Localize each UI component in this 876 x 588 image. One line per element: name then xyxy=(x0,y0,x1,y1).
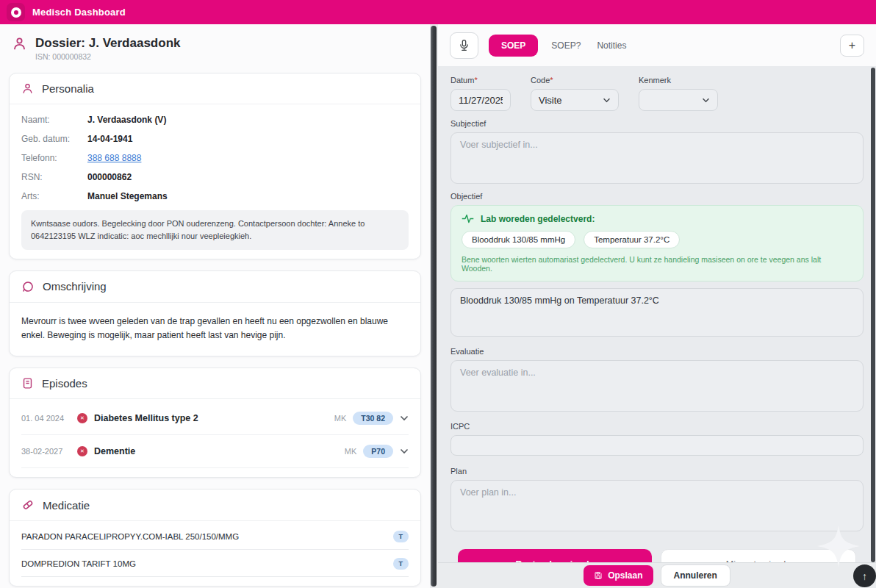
episodes-card: Episodes 01. 04 2024 ✕ Diabetes Mellitus… xyxy=(9,368,421,478)
patient-name-value: J. Verdaasdonk (V) xyxy=(87,115,166,125)
soep-panel: SOEP SOEP? Notities + Datum* Code* Visit… xyxy=(438,24,876,588)
field-label: Telefonn: xyxy=(21,153,87,163)
kenmerk-select[interactable] xyxy=(639,89,718,111)
medication-badge: T xyxy=(393,531,409,542)
cancel-button[interactable]: Annuleren xyxy=(661,564,730,587)
objectief-textarea[interactable]: Blooddruk 130/85 mmHg on Temperatuur 37.… xyxy=(450,288,864,337)
phone-link[interactable]: 388 688 8888 xyxy=(87,153,141,163)
person-icon xyxy=(12,36,27,51)
patient-id: ISN: 000000832 xyxy=(35,52,180,61)
objectief-label: Objectief xyxy=(450,192,864,201)
soep-form: Datum* Code* Visite Kenmerk xyxy=(438,66,876,588)
personalia-card: Personalia Naamt: J. Verdaasdonk (V) Geb… xyxy=(9,73,421,259)
pulse-icon xyxy=(462,213,474,224)
omschrijving-card-header: Omschrijving xyxy=(10,271,420,303)
personalia-row: Naamt: J. Verdaasdonk (V) xyxy=(21,115,409,125)
omschrijving-card: Omschrijving Mevrourr is twee wveen gele… xyxy=(9,270,421,356)
plan-label: Plan xyxy=(450,467,864,476)
birthdate-value: 14-04-1941 xyxy=(87,134,132,144)
pill-icon xyxy=(21,498,35,512)
field-label: RSN: xyxy=(21,172,87,182)
field-label: Geb. datum: xyxy=(21,134,87,144)
personalia-title: Personalia xyxy=(42,82,94,95)
lab-detected-title: Lab woreden gedelectverd: xyxy=(481,214,595,224)
patient-panel: Dossier: J. Verdaasdonk ISN: 000000832 P… xyxy=(0,24,430,588)
code-select[interactable]: Visite xyxy=(531,89,619,111)
subjectief-textarea[interactable] xyxy=(450,132,864,184)
microphone-button[interactable] xyxy=(450,32,478,59)
episode-date: 01. 04 2024 xyxy=(21,414,77,423)
field-label: Arts: xyxy=(21,191,87,201)
personalia-row: RSN: 000000862 xyxy=(21,172,409,182)
medication-name: DOMPREDION TARIFT 10MG xyxy=(21,559,136,568)
save-button[interactable]: Opslaan xyxy=(584,565,653,586)
personalia-row: Geb. datum: 14-04-1941 xyxy=(21,134,409,144)
datum-input[interactable] xyxy=(450,89,511,111)
code-label: Code* xyxy=(531,76,619,85)
code-selected-value: Visite xyxy=(539,95,562,106)
episode-mk-label: MK xyxy=(345,447,357,456)
required-mark: * xyxy=(474,76,477,85)
tab-soep-question[interactable]: SOEP? xyxy=(548,35,584,57)
lab-chip-temperatuur[interactable]: Temperatuur 37.2°C xyxy=(584,231,680,248)
chevron-down-icon[interactable] xyxy=(400,415,409,421)
doctor-value: Manuel Stegemans xyxy=(87,191,168,201)
panel-splitter[interactable] xyxy=(430,24,438,588)
kenmerk-field-group: Kenmerk xyxy=(639,76,718,111)
chevron-down-icon xyxy=(702,98,710,103)
icpc-label: ICPC xyxy=(450,422,864,431)
chat-bubble-icon xyxy=(21,280,35,293)
chevron-down-icon[interactable] xyxy=(400,448,409,454)
alert-badge-icon: ✕ xyxy=(77,446,87,456)
page-title: Dossier: J. Verdaasdonk xyxy=(35,36,180,51)
lab-detected-box: Lab woreden gedelectverd: Blooddruk 130/… xyxy=(450,205,864,282)
kenmerk-label: Kenmerk xyxy=(639,76,718,85)
personalia-row: Arts: Manuel Stegemans xyxy=(21,191,409,201)
medicatie-title: Medicatie xyxy=(43,499,90,512)
personalia-row: Telefonn: 388 688 8888 xyxy=(21,153,409,163)
splitter-handle[interactable] xyxy=(431,26,437,587)
medicatie-card-header: Medicatie xyxy=(10,490,420,521)
medication-row[interactable]: DOMPREDION TARIFT 10MG T xyxy=(21,550,409,577)
add-button[interactable]: + xyxy=(840,35,864,57)
episode-code-badge: T30 82 xyxy=(353,412,393,425)
dossier-header: Dossier: J. Verdaasdonk ISN: 000000832 xyxy=(0,24,430,65)
episode-row[interactable]: 01. 04 2024 ✕ Diabetes Mellitus type 2 M… xyxy=(21,402,409,435)
icpc-input[interactable] xyxy=(450,435,864,456)
personalia-card-header: Personalia xyxy=(10,74,420,104)
episodes-card-header: Episodes xyxy=(10,368,420,399)
evaluatie-textarea[interactable] xyxy=(450,360,864,412)
tab-soep[interactable]: SOEP xyxy=(489,35,538,57)
person-icon xyxy=(21,82,34,95)
top-bar: Medisch Dashboard xyxy=(0,0,876,24)
alert-badge-icon: ✕ xyxy=(77,413,87,423)
medication-name: PARADON PARACELIPROPYY.COM-IABL 250/150/… xyxy=(21,532,239,541)
episode-name: Diabetes Mellitus type 2 xyxy=(94,413,198,423)
medicatie-card: Medicatie PARADON PARACELIPROPYY.COM-IAB… xyxy=(9,489,421,587)
description-text: Mevrourr is twee wveen geleden van de tr… xyxy=(21,313,409,347)
datum-field-group: Datum* xyxy=(450,76,511,111)
evaluatie-label: Evaluatie xyxy=(450,347,864,356)
vertical-scrollbar[interactable] xyxy=(871,68,875,562)
required-mark: * xyxy=(550,76,553,85)
omschrijving-title: Omschrijving xyxy=(43,280,107,293)
patient-note: Kwntsaase oudors. Begelecking door PON o… xyxy=(21,210,409,250)
soep-toolbar: SOEP SOEP? Notities + xyxy=(438,24,876,66)
app-window: Medisch Dashboard Dossier: J. Verdaasdon… xyxy=(0,0,876,588)
episodes-title: Episodes xyxy=(42,377,87,390)
lab-chip-blooddruk[interactable]: Blooddruk 130/85 mmHg xyxy=(462,231,575,248)
episode-row[interactable]: 38-02-2027 ✕ Dementie MK P70 xyxy=(21,435,409,468)
tab-notities[interactable]: Notities xyxy=(594,35,629,57)
field-label: Naamt: xyxy=(21,115,87,125)
rsn-value: 000000862 xyxy=(87,172,132,182)
subjectief-label: Subjectief xyxy=(450,119,864,128)
medication-badge: T xyxy=(393,558,409,570)
scroll-to-top-button[interactable]: ↑ xyxy=(853,564,876,587)
plan-textarea[interactable] xyxy=(450,480,864,531)
episode-name: Dementie xyxy=(94,446,135,456)
lab-detected-note: Bene woorten wierten automariast gedelec… xyxy=(462,255,852,273)
microphone-icon xyxy=(459,39,470,52)
medication-row[interactable]: PARADON PARACELIPROPYY.COM-IABL 250/150/… xyxy=(21,523,409,550)
app-title: Medisch Dashboard xyxy=(32,7,126,18)
form-footer: Opslaan Annuleren xyxy=(438,562,876,588)
